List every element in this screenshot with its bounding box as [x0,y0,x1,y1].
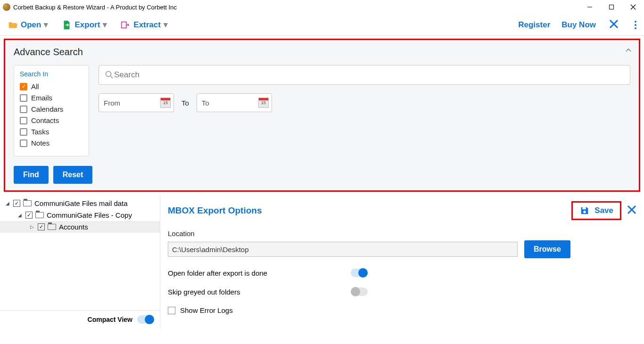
expander-icon[interactable]: ▷ [30,224,35,229]
location-label: Location [168,229,636,238]
folder-open-icon [8,20,18,30]
export-title: MBOX Export Options [168,205,262,216]
date-from-input[interactable]: From 15 [99,93,174,112]
export-menu[interactable]: Export ▾ [58,18,110,32]
skip-greyed-toggle[interactable] [351,287,368,296]
search-input-wrap[interactable] [99,65,630,85]
toolbar-close-icon[interactable] [607,18,620,32]
checkbox-icon [20,117,27,124]
caret-down-icon: ▾ [103,20,107,30]
search-in-notes[interactable]: Notes [20,139,83,147]
to-placeholder: To [202,99,209,107]
tree-label: CommuniGate Files mail data [34,199,128,207]
open-label: Open [21,20,41,30]
close-export-icon[interactable] [627,204,636,217]
checkbox-checked-icon: ✓ [20,83,27,90]
collapse-icon[interactable] [625,47,632,56]
calendar-icon: 15 [160,98,171,108]
search-in-emails[interactable]: Emails [20,94,83,102]
compact-view-toggle[interactable] [137,315,154,324]
open-folder-label: Open folder after export is done [168,269,267,277]
buy-now-link[interactable]: Buy Now [561,20,596,30]
save-button[interactable]: Save [571,201,621,220]
file-export-icon [61,20,72,30]
search-in-all[interactable]: ✓All [20,82,83,90]
minimize-button[interactable] [579,0,601,14]
extract-label: Extract [133,20,161,30]
checkbox-icon [20,94,27,102]
app-icon [3,3,10,11]
tree-node-root[interactable]: ◢ CommuniGate Files mail data [0,197,160,209]
from-placeholder: From [104,99,120,107]
svg-point-10 [584,211,586,213]
checkbox-checked-icon[interactable] [38,223,45,230]
folder-tree-pane: ◢ CommuniGate Files mail data ◢ CommuniG… [0,195,160,328]
kebab-menu-icon[interactable] [632,21,639,29]
search-in-contacts[interactable]: Contacts [20,116,83,124]
window-titlebar: Corbett Backup & Restore Wizard - A Prod… [0,0,644,14]
save-label: Save [594,206,613,215]
caret-down-icon: ▾ [44,20,48,30]
checkbox-icon [20,128,27,136]
maximize-button[interactable] [601,0,622,14]
expander-icon[interactable]: ◢ [6,201,10,206]
date-to-input[interactable]: To 15 [197,93,272,112]
compact-view-bar: Compact View [0,310,160,328]
expander-icon[interactable]: ◢ [18,213,23,218]
checkbox-icon[interactable] [168,307,175,314]
tree-label: Accounts [59,223,88,231]
export-label: Export [74,20,100,30]
svg-line-8 [111,76,113,79]
window-title: Corbett Backup & Restore Wizard - A Prod… [13,4,177,11]
tree-node-accounts[interactable]: ▷ Accounts [0,221,160,233]
save-icon [579,205,590,216]
checkbox-checked-icon[interactable] [13,200,20,207]
extract-icon [120,20,131,30]
skip-greyed-label: Skip greyed out folders [168,288,240,296]
tree-label: CommuniGate Files - Copy [47,211,132,219]
checkbox-icon [20,106,27,113]
reset-button[interactable]: Reset [53,166,93,184]
svg-point-7 [106,72,111,77]
open-folder-toggle[interactable] [351,269,368,277]
date-to-separator: To [182,99,189,107]
advance-search-title: Advance Search [14,47,630,57]
register-link[interactable]: Register [518,20,550,30]
search-in-title: Search In [20,70,83,78]
search-in-tasks[interactable]: Tasks [20,128,83,136]
svg-rect-1 [610,5,614,9]
export-options-pane: MBOX Export Options Save Location C:\Use… [160,195,644,328]
calendar-icon: 15 [258,98,269,108]
folder-icon [48,224,56,230]
location-input[interactable]: C:\Users\admin\Desktop [168,242,518,257]
extract-menu[interactable]: Extract ▾ [117,18,171,32]
caret-down-icon: ▾ [164,20,168,30]
show-error-label: Show Error Logs [180,306,233,314]
search-in-box: Search In ✓All Emails Calendars Contacts… [14,65,89,156]
search-in-calendars[interactable]: Calendars [20,105,83,113]
svg-rect-9 [583,207,586,210]
tree-node-copy[interactable]: ◢ CommuniGate Files - Copy [0,209,160,221]
svg-rect-4 [122,22,126,28]
close-window-button[interactable] [622,0,644,14]
folder-icon [35,212,44,218]
advance-search-panel: Advance Search Search In ✓All Emails Cal… [4,39,640,192]
compact-view-label: Compact View [88,316,132,323]
main-toolbar: Open ▾ Export ▾ Extract ▾ Register Buy N… [0,14,644,36]
open-menu[interactable]: Open ▾ [5,18,51,32]
browse-button[interactable]: Browse [524,240,570,258]
find-button[interactable]: Find [14,166,49,184]
checkbox-checked-icon[interactable] [25,212,33,219]
search-input[interactable] [114,70,624,80]
checkbox-icon [20,139,27,147]
folder-icon [23,200,32,206]
search-icon [105,70,114,80]
